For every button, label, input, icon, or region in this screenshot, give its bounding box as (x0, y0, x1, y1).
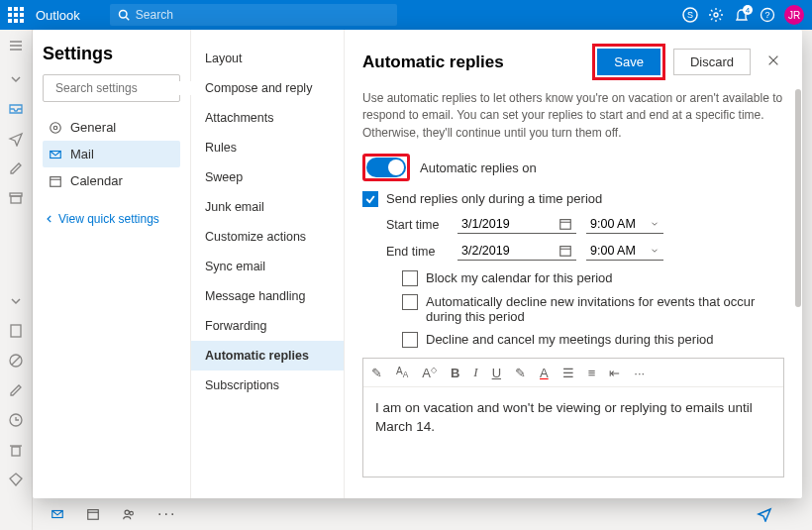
bullet-list-icon[interactable]: ☰ (562, 366, 574, 380)
settings-categories: Settings General Mail Calendar View quic… (33, 30, 191, 498)
svg-text:S: S (687, 10, 693, 20)
app-launcher-icon[interactable] (8, 7, 24, 23)
edit-icon[interactable] (8, 382, 24, 398)
block-calendar-checkbox[interactable] (402, 270, 418, 286)
more-modules-icon[interactable]: ··· (157, 505, 176, 523)
subnav-compose[interactable]: Compose and reply (191, 73, 344, 103)
underline-button[interactable]: U (492, 366, 501, 380)
decline-new-checkbox[interactable] (402, 294, 418, 310)
inbox-icon[interactable] (8, 101, 24, 117)
font-size-small-icon[interactable]: AA (396, 366, 408, 379)
svg-rect-3 (8, 13, 12, 17)
chevron-down-icon[interactable] (8, 71, 24, 87)
subnav-layout[interactable]: Layout (191, 44, 344, 73)
app-brand: Outlook (36, 8, 80, 23)
start-time-field[interactable]: 9:00 AM (586, 215, 663, 234)
calendar-module-icon[interactable] (86, 507, 100, 521)
more-formatting-icon[interactable]: ··· (634, 366, 645, 380)
notes-icon[interactable] (8, 323, 24, 339)
people-module-icon[interactable] (122, 507, 136, 521)
module-switcher: ··· (33, 498, 176, 530)
subnav-subscriptions[interactable]: Subscriptions (191, 371, 344, 400)
discard-button[interactable]: Discard (673, 49, 751, 75)
settings-search-input[interactable] (55, 81, 204, 95)
notifications-icon[interactable]: 4 (729, 7, 755, 23)
user-avatar[interactable]: JR (784, 5, 804, 25)
time-period-checkbox[interactable] (362, 191, 378, 207)
calendar-icon (49, 174, 62, 188)
subnav-sync[interactable]: Sync email (191, 252, 344, 281)
view-quick-settings-link[interactable]: View quick settings (43, 208, 180, 230)
skype-icon[interactable]: S (677, 7, 703, 23)
svg-line-23 (12, 357, 20, 365)
category-general[interactable]: General (43, 114, 180, 141)
notification-badge: 4 (743, 5, 753, 15)
chevron-down-icon (650, 246, 660, 256)
history-icon[interactable] (8, 412, 24, 428)
gear-icon (49, 121, 62, 135)
chevron-left-icon (45, 214, 54, 224)
left-rail (0, 30, 33, 530)
subnav-attachments[interactable]: Attachments (191, 103, 344, 133)
subnav-customize[interactable]: Customize actions (191, 222, 344, 252)
svg-rect-28 (88, 510, 99, 520)
close-button[interactable] (762, 50, 784, 75)
send-icon[interactable] (757, 506, 772, 522)
number-list-icon[interactable]: ≡ (588, 366, 596, 380)
category-mail[interactable]: Mail (43, 141, 180, 167)
bold-button[interactable]: B (451, 366, 459, 380)
scrollbar-thumb[interactable] (795, 89, 801, 307)
gear-icon[interactable] (703, 7, 729, 23)
subnav-rules[interactable]: Rules (191, 133, 344, 162)
panel-title: Automatic replies (362, 53, 592, 72)
calendar-icon (558, 217, 572, 231)
svg-rect-21 (11, 325, 21, 337)
drafts-icon[interactable] (8, 160, 24, 176)
font-size-large-icon[interactable]: A◇ (422, 366, 437, 380)
subnav-handling[interactable]: Message handling (191, 281, 344, 311)
category-calendar[interactable]: Calendar (43, 167, 180, 194)
svg-point-9 (119, 11, 127, 19)
block-calendar-label: Block my calendar for this period (426, 270, 613, 285)
mail-module-icon[interactable] (51, 507, 64, 521)
delete-icon[interactable] (8, 442, 24, 458)
svg-point-13 (714, 13, 718, 17)
svg-rect-5 (20, 13, 24, 17)
save-button[interactable]: Save (597, 49, 660, 75)
archive-icon[interactable] (8, 190, 24, 206)
format-painter-icon[interactable]: ✎ (371, 366, 382, 380)
end-date-field[interactable]: 3/2/2019 (457, 242, 576, 261)
diamond-icon[interactable] (8, 472, 24, 487)
hamburger-icon[interactable] (8, 38, 24, 53)
save-highlight: Save (592, 44, 665, 80)
chevron-down-icon[interactable] (8, 293, 24, 309)
svg-point-30 (125, 510, 129, 514)
outdent-icon[interactable]: ⇤ (609, 366, 620, 380)
italic-button[interactable]: I (473, 365, 477, 380)
subnav-sweep[interactable]: Sweep (191, 162, 344, 192)
font-color-icon[interactable]: A (540, 366, 549, 380)
reply-message-body[interactable]: I am on vacation and won't be viewing or… (363, 387, 783, 477)
svg-rect-25 (12, 447, 20, 456)
mail-icon (49, 148, 62, 161)
calendar-icon (558, 244, 572, 258)
end-time-label: End time (386, 245, 448, 259)
help-icon[interactable]: ? (755, 7, 780, 23)
subnav-forwarding[interactable]: Forwarding (191, 311, 344, 341)
svg-text:?: ? (764, 10, 769, 20)
block-icon[interactable] (8, 353, 24, 369)
settings-search[interactable] (43, 74, 180, 102)
global-search[interactable]: Search (110, 4, 397, 26)
svg-rect-20 (11, 196, 21, 203)
end-time-field[interactable]: 9:00 AM (586, 242, 663, 261)
sent-icon[interactable] (8, 131, 24, 147)
chevron-down-icon (650, 219, 660, 229)
subnav-automatic-replies[interactable]: Automatic replies (191, 341, 344, 371)
start-date-field[interactable]: 3/1/2019 (457, 215, 576, 234)
decline-cancel-checkbox[interactable] (402, 332, 418, 348)
subnav-junk[interactable]: Junk email (191, 192, 344, 222)
highlight-icon[interactable]: ✎ (515, 366, 526, 380)
svg-rect-37 (51, 176, 61, 186)
panel-description: Use automatic replies to let others know… (362, 90, 784, 142)
auto-replies-toggle[interactable] (366, 158, 406, 177)
